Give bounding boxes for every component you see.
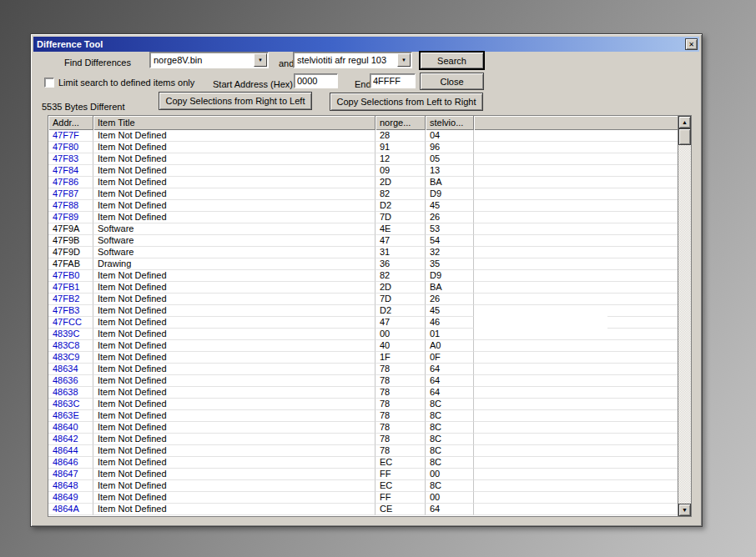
close-icon: ✕ [688, 41, 694, 48]
end-address-input[interactable] [370, 73, 416, 88]
item-title-cell: Software [93, 223, 375, 235]
search-button[interactable]: Search [420, 52, 484, 69]
vertical-scrollbar[interactable]: ▲ ▼ [678, 116, 691, 516]
table-row[interactable]: 48644 Item Not Defined 78 8C [48, 445, 678, 457]
header-right-file[interactable]: stelvio... [426, 116, 474, 130]
left-value-cell: EC [375, 457, 426, 469]
left-value-cell: 28 [375, 130, 426, 142]
arrow-up-icon: ▲ [682, 119, 688, 125]
header-address[interactable]: Addr... [48, 116, 93, 130]
left-value-cell: CE [375, 504, 426, 515]
table-row[interactable]: 48646 Item Not Defined EC 8C [48, 457, 678, 469]
left-value-cell: D2 [375, 305, 426, 317]
item-title-cell: Item Not Defined [93, 294, 375, 305]
table-row[interactable]: 48647 Item Not Defined FF 00 [48, 469, 678, 480]
empty-cell [474, 434, 678, 445]
copy-left-to-right-button[interactable]: Copy Selections from Left to Right [330, 93, 483, 111]
table-row[interactable]: 47FB2 Item Not Defined 7D 26 [48, 294, 678, 305]
table-row[interactable]: 47FB1 Item Not Defined 2D BA [48, 282, 678, 294]
left-file-dropdown-button[interactable]: ▼ [254, 53, 267, 67]
left-value-cell: 7D [375, 212, 426, 223]
table-header-row: Addr... Item Title norge... stelvio... [48, 116, 678, 130]
left-value-cell: 82 [375, 270, 426, 282]
item-title-cell: Item Not Defined [93, 270, 375, 282]
item-title-cell: Item Not Defined [93, 142, 375, 153]
table-row[interactable]: 48640 Item Not Defined 78 8C [48, 422, 678, 434]
right-value-cell: 8C [426, 480, 474, 492]
table-row[interactable]: 47F7F Item Not Defined 28 04 [48, 130, 678, 142]
scrollbar-thumb[interactable] [678, 128, 691, 145]
table-row[interactable]: 47F88 Item Not Defined D2 45 [48, 200, 678, 212]
left-value-cell: 36 [375, 258, 426, 270]
left-value-cell: 47 [375, 317, 426, 329]
item-title-cell: Item Not Defined [93, 352, 375, 364]
table-row[interactable]: 47F84 Item Not Defined 09 13 [48, 165, 678, 177]
table-row[interactable]: 47F9B Software 47 54 [48, 235, 678, 247]
table-row[interactable]: 47F83 Item Not Defined 12 05 [48, 153, 678, 165]
table-row[interactable]: 47F9A Software 4E 53 [48, 223, 678, 235]
table-row[interactable]: 47F89 Item Not Defined 7D 26 [48, 212, 678, 223]
right-value-cell: 54 [426, 235, 474, 247]
close-button[interactable]: Close [420, 73, 484, 90]
table-row[interactable]: 4863C Item Not Defined 78 8C [48, 399, 678, 410]
start-address-input[interactable] [294, 73, 338, 88]
item-title-cell: Item Not Defined [93, 364, 375, 375]
item-title-cell: Item Not Defined [93, 457, 375, 469]
left-value-cell: 78 [375, 364, 426, 375]
table-row[interactable]: 483C8 Item Not Defined 40 A0 [48, 340, 678, 352]
table-row[interactable]: 4864A Item Not Defined CE 64 [48, 504, 678, 515]
title-bar[interactable]: Difference Tool ✕ [33, 37, 699, 52]
left-value-cell: 78 [375, 399, 426, 410]
table-row[interactable]: 48642 Item Not Defined 78 8C [48, 434, 678, 445]
table-row[interactable]: 47FB0 Item Not Defined 82 D9 [48, 270, 678, 282]
table-row[interactable]: 4839C Item Not Defined 00 01 [48, 329, 678, 340]
header-item-title[interactable]: Item Title [93, 116, 375, 130]
address-cell: 47F86 [48, 177, 93, 188]
table-row[interactable]: 48634 Item Not Defined 78 64 [48, 364, 678, 375]
address-cell: 47F88 [48, 200, 93, 212]
copy-right-to-left-button[interactable]: Copy Selections from Right to Left [159, 92, 312, 110]
header-left-file[interactable]: norge... [375, 116, 426, 130]
left-file-combobox[interactable]: norge8V.bin ▼ [149, 52, 269, 68]
table-row[interactable]: 48636 Item Not Defined 78 64 [48, 375, 678, 387]
address-cell: 48634 [48, 364, 93, 375]
left-value-cell: 78 [375, 387, 426, 399]
right-value-cell: 45 [426, 200, 474, 212]
right-value-cell: 0F [426, 352, 474, 364]
scroll-down-button[interactable]: ▼ [678, 504, 691, 516]
scrollbar-track[interactable] [678, 145, 691, 504]
left-value-cell: FF [375, 492, 426, 504]
address-cell: 48636 [48, 375, 93, 387]
scroll-up-button[interactable]: ▲ [678, 116, 691, 128]
table-row[interactable]: 47F86 Item Not Defined 2D BA [48, 177, 678, 188]
table-row[interactable]: 47FAB Drawing 36 35 [48, 258, 678, 270]
table-row[interactable]: 48638 Item Not Defined 78 64 [48, 387, 678, 399]
address-cell: 47F9D [48, 247, 93, 258]
empty-cell [474, 387, 678, 399]
left-value-cell: FF [375, 469, 426, 480]
left-value-cell: 47 [375, 235, 426, 247]
table-row[interactable]: 483C9 Item Not Defined 1F 0F [48, 352, 678, 364]
address-cell: 48638 [48, 387, 93, 399]
item-title-cell: Item Not Defined [93, 212, 375, 223]
table-row[interactable]: 47F80 Item Not Defined 91 96 [48, 142, 678, 153]
item-title-cell: Item Not Defined [93, 329, 375, 340]
window-close-button[interactable]: ✕ [685, 38, 698, 50]
address-cell: 48648 [48, 480, 93, 492]
right-value-cell: 32 [426, 247, 474, 258]
bytes-different-label: 5535 Bytes Different [42, 102, 124, 112]
right-file-dropdown-button[interactable]: ▼ [397, 53, 411, 67]
table-row[interactable]: 47F87 Item Not Defined 82 D9 [48, 188, 678, 200]
address-cell: 47F83 [48, 153, 93, 165]
right-file-combobox[interactable]: stelviotiti afr regul 103 ▼ [293, 52, 412, 68]
right-value-cell: 05 [426, 153, 474, 165]
limit-search-checkbox[interactable] [44, 78, 54, 88]
table-row[interactable]: 4863E Item Not Defined 78 8C [48, 410, 678, 422]
differences-table: Addr... Item Title norge... stelvio... 4… [48, 115, 692, 517]
table-row[interactable]: 48648 Item Not Defined EC 8C [48, 480, 678, 492]
table-row[interactable]: 48649 Item Not Defined FF 00 [48, 492, 678, 504]
address-cell: 47FB3 [48, 305, 93, 317]
left-value-cell: 78 [375, 445, 426, 457]
empty-cell [474, 364, 678, 375]
table-row[interactable]: 47F9D Software 31 32 [48, 247, 678, 258]
